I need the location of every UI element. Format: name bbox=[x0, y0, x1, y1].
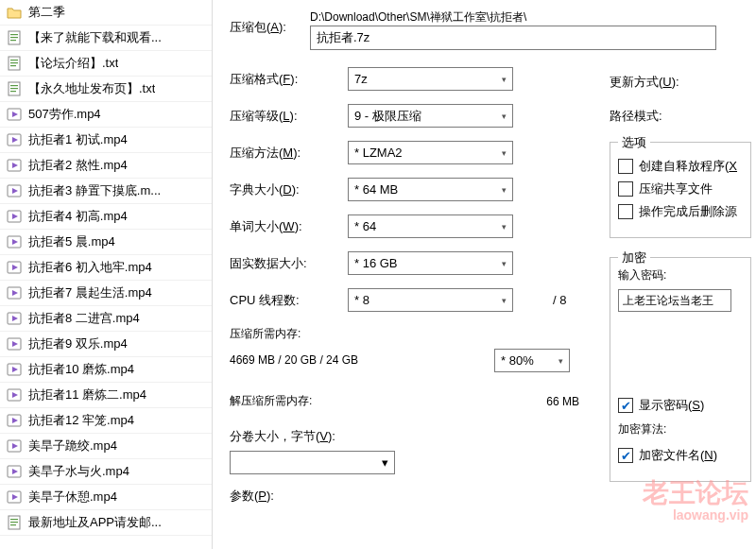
file-item[interactable]: 抗拒者12 牢笼.mp4 bbox=[0, 408, 212, 434]
video-icon bbox=[6, 208, 23, 225]
file-item[interactable]: 抗拒者3 静置下摸底.m... bbox=[0, 179, 212, 204]
file-item[interactable]: 美旱子休憩.mp4 bbox=[0, 485, 212, 510]
file-item[interactable]: 抗拒者10 磨炼.mp4 bbox=[0, 357, 212, 383]
options-legend: 选项 bbox=[618, 134, 650, 151]
file-item-label: 抗拒者3 静置下摸底.m... bbox=[28, 182, 161, 199]
file-item-label: 最新地址及APP请发邮... bbox=[28, 514, 162, 531]
file-item[interactable]: 抗拒者2 熬性.mp4 bbox=[0, 153, 212, 179]
video-icon bbox=[6, 335, 23, 352]
update-mode-label: 更新方式(U): bbox=[610, 74, 756, 91]
video-icon bbox=[6, 386, 23, 403]
path-mode-label: 路径模式: bbox=[610, 108, 756, 125]
encryption-algorithm-label: 加密算法: bbox=[618, 421, 743, 437]
shared-label: 压缩共享文件 bbox=[639, 180, 713, 197]
file-item-label: 抗拒者10 磨炼.mp4 bbox=[28, 361, 134, 378]
file-item[interactable]: 【来了就能下载和观看... bbox=[0, 26, 212, 51]
video-icon bbox=[6, 361, 23, 378]
dictionary-label: 字典大小(D): bbox=[230, 181, 348, 198]
show-password-label: 显示密码(S) bbox=[639, 397, 704, 414]
file-item[interactable]: 美旱子跪绞.mp4 bbox=[0, 434, 212, 459]
parameters-label: 参数(P): bbox=[230, 488, 348, 505]
video-icon bbox=[6, 157, 23, 174]
file-item-label: 抗拒者1 初试.mp4 bbox=[28, 131, 128, 148]
file-item-label: 【来了就能下载和观看... bbox=[28, 29, 162, 46]
file-item[interactable]: 507劳作.mp4 bbox=[0, 102, 212, 128]
format-label: 压缩格式(F): bbox=[230, 71, 348, 88]
txt-icon bbox=[6, 29, 23, 46]
level-label: 压缩等级(L): bbox=[230, 108, 348, 125]
chevron-down-icon: ▾ bbox=[502, 222, 507, 232]
file-item[interactable]: 美旱子水与火.mp4 bbox=[0, 459, 212, 485]
file-item-label: 美旱子水与火.mp4 bbox=[28, 463, 129, 480]
file-item[interactable]: 【永久地址发布页】.txt bbox=[0, 77, 212, 102]
file-item[interactable]: 抗拒者5 晨.mp4 bbox=[0, 230, 212, 255]
file-item[interactable]: 抗拒者8 二进宫.mp4 bbox=[0, 306, 212, 332]
chevron-down-icon: ▾ bbox=[502, 296, 507, 305]
file-item-label: 抗拒者9 双乐.mp4 bbox=[28, 335, 128, 352]
file-item[interactable]: 最新地址及APP请发邮... bbox=[0, 510, 212, 536]
file-item-label: 抗拒者4 初高.mp4 bbox=[28, 208, 128, 225]
file-item-label: 抗拒者11 磨炼二.mp4 bbox=[28, 386, 146, 403]
options-group: 选项 创建自释放程序(X 压缩共享文件 操作完成后删除源 bbox=[610, 142, 751, 238]
svg-rect-2 bbox=[10, 37, 18, 38]
mem-percent-select[interactable]: * 80%▾ bbox=[494, 349, 570, 372]
archive-label: 压缩包(A): bbox=[230, 9, 310, 36]
solid-select[interactable]: * 16 GB▾ bbox=[348, 251, 513, 275]
file-item-label: 美旱子跪绞.mp4 bbox=[28, 437, 117, 455]
archive-name-input[interactable] bbox=[310, 26, 716, 50]
volume-label: 分卷大小，字节(V): bbox=[230, 428, 357, 445]
encryption-group: 加密 输入密码: 显示密码(S) 加密算法: 加密文件名(N) bbox=[610, 257, 751, 482]
chevron-down-icon: ▾ bbox=[502, 112, 507, 121]
level-select[interactable]: 9 - 极限压缩▾ bbox=[348, 104, 513, 128]
file-item[interactable]: 【论坛介绍】.txt bbox=[0, 51, 212, 77]
file-item[interactable]: 抗拒者1 初试.mp4 bbox=[0, 128, 212, 153]
dictionary-select[interactable]: * 64 MB▾ bbox=[348, 178, 513, 201]
threads-select[interactable]: * 8▾ bbox=[348, 288, 513, 312]
svg-rect-6 bbox=[10, 62, 18, 63]
svg-rect-9 bbox=[10, 85, 18, 86]
file-item-label: 【永久地址发布页】.txt bbox=[28, 80, 155, 97]
svg-rect-3 bbox=[10, 40, 16, 41]
file-item[interactable]: 抗拒者7 晨起生活.mp4 bbox=[0, 281, 212, 306]
svg-rect-11 bbox=[10, 91, 16, 92]
encryption-legend: 加密 bbox=[618, 249, 650, 266]
video-icon bbox=[6, 284, 23, 301]
video-icon bbox=[6, 259, 23, 276]
file-item-label: 美旱子休憩.mp4 bbox=[28, 489, 117, 506]
video-icon bbox=[6, 412, 23, 429]
delete-checkbox[interactable] bbox=[618, 204, 633, 219]
word-select[interactable]: * 64▾ bbox=[348, 214, 513, 238]
format-select[interactable]: 7z▾ bbox=[348, 67, 513, 91]
threads-total: / 8 bbox=[553, 293, 566, 307]
volume-combobox[interactable]: ▾ bbox=[230, 451, 395, 474]
video-icon bbox=[6, 310, 23, 327]
file-item-label: 抗拒者7 晨起生活.mp4 bbox=[28, 284, 152, 301]
method-select[interactable]: * LZMA2▾ bbox=[348, 141, 513, 164]
file-item[interactable]: 第二季 bbox=[0, 0, 212, 26]
threads-label: CPU 线程数: bbox=[230, 292, 348, 309]
sfx-checkbox[interactable] bbox=[618, 159, 633, 174]
file-item[interactable]: 抗拒者11 磨炼二.mp4 bbox=[0, 383, 212, 408]
solid-label: 固实数据大小: bbox=[230, 255, 348, 272]
file-item-label: 抗拒者2 熬性.mp4 bbox=[28, 157, 128, 174]
chevron-down-icon: ▾ bbox=[502, 148, 507, 158]
video-icon bbox=[6, 463, 23, 480]
video-icon bbox=[6, 437, 23, 455]
encrypt-filenames-label: 加密文件名(N) bbox=[639, 447, 717, 464]
video-icon bbox=[6, 182, 23, 199]
file-list: 第二季【来了就能下载和观看...【论坛介绍】.txt【永久地址发布页】.txt5… bbox=[0, 0, 213, 549]
svg-rect-7 bbox=[10, 65, 16, 66]
file-item-label: 抗拒者5 晨.mp4 bbox=[28, 233, 115, 250]
encrypt-filenames-checkbox[interactable] bbox=[618, 448, 633, 463]
file-item[interactable]: 抗拒者4 初高.mp4 bbox=[0, 204, 212, 230]
svg-rect-46 bbox=[10, 522, 18, 523]
shared-checkbox[interactable] bbox=[618, 181, 633, 197]
file-item-label: 抗拒者8 二进宫.mp4 bbox=[28, 310, 140, 327]
show-password-checkbox[interactable] bbox=[618, 398, 633, 413]
chevron-down-icon: ▾ bbox=[558, 356, 563, 366]
file-item[interactable]: 抗拒者9 双乐.mp4 bbox=[0, 332, 212, 357]
mem-decompress-label: 解压缩所需内存: bbox=[230, 393, 513, 409]
password-input[interactable] bbox=[618, 289, 731, 312]
file-item[interactable]: 抗拒者6 初入地牢.mp4 bbox=[0, 255, 212, 281]
svg-rect-10 bbox=[10, 88, 18, 89]
